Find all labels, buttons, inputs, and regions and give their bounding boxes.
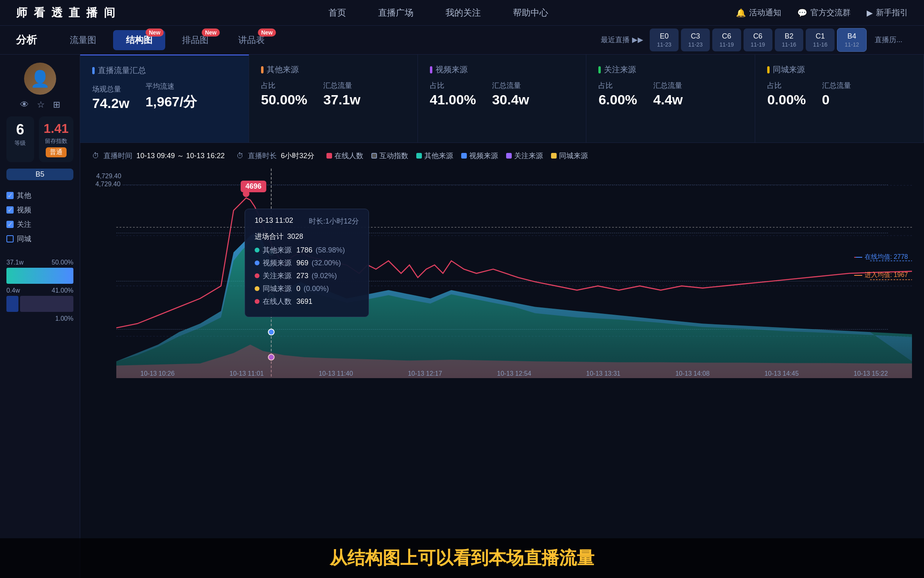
duration-info: ⏱ 直播时长 6小时32分: [237, 151, 314, 161]
avatar: 👤: [24, 63, 56, 95]
legend-interact[interactable]: 互动指数: [371, 151, 408, 161]
stat-title-total: 直播流量汇总: [92, 65, 237, 76]
tab-speech[interactable]: New 讲品表: [225, 30, 278, 50]
legend-video[interactable]: ✓ 视频: [6, 205, 73, 215]
stat-views-label: 场观总量: [92, 84, 130, 94]
tooltip-row-local: 同城来源 0 (0.00%): [255, 284, 359, 293]
stat-row-total: 场观总量 74.2w 平均流速 1,967/分: [92, 81, 237, 111]
time-range-info: ⏱ 直播时间 10-13 09:49 ～ 10-13 16:22: [92, 151, 225, 161]
broadcast-tab-c6b[interactable]: C6 11-19: [744, 28, 772, 52]
broadcast-tab-c6a[interactable]: C6 11-19: [712, 28, 741, 52]
x-tick-2: 10-13 11:40: [319, 370, 353, 377]
nav-follow[interactable]: 我的关注: [446, 7, 481, 19]
broadcast-tab-b2[interactable]: B2 11-16: [775, 28, 804, 52]
legend-video-src[interactable]: 视频来源: [461, 151, 498, 161]
x-tick-3: 10-13 12:17: [408, 370, 442, 377]
stat-row-follow: 占比 6.00% 汇总流量 4.4w: [598, 81, 743, 108]
legend-local[interactable]: 同城: [6, 234, 73, 244]
rank-level: 普通: [46, 147, 67, 157]
rank-value: 1.41: [44, 121, 69, 136]
chart-container: 4,729.40: [92, 169, 912, 377]
legend-other-checkbox[interactable]: ✓: [6, 192, 14, 199]
legend-online-dot: [326, 153, 332, 159]
nav-home[interactable]: 首页: [328, 7, 346, 19]
legend-other-src[interactable]: 其他来源: [416, 151, 453, 161]
logo: 师 看 透 直 播 间: [16, 5, 117, 20]
legend-other[interactable]: ✓ 其他: [6, 191, 73, 200]
left-sidebar: 👤 👁 ☆ ⊞ 6 等级 1.41 留存指数 普通 B5 ✓ 其他: [0, 55, 80, 578]
rank-num-label: 等级: [11, 140, 29, 147]
tooltip-dot-video: [255, 261, 259, 265]
tab-speech-badge: New: [258, 28, 276, 37]
legend-interact-dot: [371, 153, 377, 159]
duration-label: 直播时长: [248, 151, 277, 161]
stat-card-video: 视频来源 占比 41.00% 汇总流量 30.4w: [418, 55, 587, 142]
tooltip-dot-local: [255, 286, 259, 291]
legend-local-src[interactable]: 同城来源: [551, 151, 588, 161]
legend-local-src-dot: [551, 153, 557, 159]
broadcast-tab-e0[interactable]: E0 11-23: [650, 28, 679, 52]
broadcast-tab-c3[interactable]: C3 11-23: [681, 28, 710, 52]
broadcast-tab-c1[interactable]: C1 11-16: [806, 28, 835, 52]
stat-video-total: 汇总流量 30.4w: [492, 81, 529, 108]
broadcast-tab-b4[interactable]: B4 11-12: [837, 28, 867, 52]
tooltip-row-video: 视频来源 969 (32.00%): [255, 258, 359, 268]
legend-online[interactable]: 在线人数: [326, 151, 363, 161]
nav-broadcast[interactable]: 直播广场: [378, 7, 413, 19]
sidebar-legend: ✓ 其他 ✓ 视频 ✓ 关注 同城: [6, 191, 73, 248]
right-label-enter: 进入均值: 1967: [854, 271, 908, 279]
stat-follow-pct: 占比 6.00%: [598, 81, 637, 108]
svg-point-9: [268, 329, 274, 335]
legend-follow-checkbox[interactable]: ✓: [6, 221, 14, 228]
page-title: 分析: [16, 33, 37, 47]
legend-video-checkbox[interactable]: ✓: [6, 206, 14, 214]
stat-views: 场观总量 74.2w: [92, 84, 130, 111]
stat-speed-label: 平均流速: [146, 81, 197, 91]
nav-help[interactable]: 帮助中心: [513, 7, 548, 19]
chart-tooltip: 10-13 11:02 时长:1小时12分 进场合计 3028 其他来源 178…: [245, 209, 369, 317]
x-tick-0: 10-13 10:26: [140, 370, 174, 377]
stats-cards: 直播流量汇总 场观总量 74.2w 平均流速 1,967/分 其他来源: [80, 55, 924, 143]
broadcast-more[interactable]: 直播历...: [869, 32, 908, 48]
duration-value: 6小时32分: [281, 151, 314, 161]
tooltip-header: 10-13 11:02 时长:1小时12分: [255, 216, 359, 226]
chart-header: ⏱ 直播时间 10-13 09:49 ～ 10-13 16:22 ⏱ 直播时长 …: [92, 151, 912, 161]
grid-icon[interactable]: ⊞: [53, 100, 60, 110]
stat-row-video: 占比 41.00% 汇总流量 30.4w: [430, 81, 574, 108]
nav-community[interactable]: 💬 官方交流群: [797, 7, 851, 18]
nav-guide[interactable]: ▶ 新手指引: [867, 7, 908, 18]
x-tick-6: 10-13 14:08: [675, 370, 709, 377]
legend-follow-src[interactable]: 关注来源: [506, 151, 543, 161]
nav-activity[interactable]: 🔔 活动通知: [736, 7, 781, 18]
top-nav: 师 看 透 直 播 间 首页 直播广场 我的关注 帮助中心 🔔 活动通知 💬 官…: [0, 0, 924, 26]
tab-flow[interactable]: 流量图: [57, 30, 109, 50]
stat-local-pct: 占比 0.00%: [767, 81, 806, 108]
stat-card-total: 直播流量汇总 场观总量 74.2w 平均流速 1,967/分: [80, 55, 249, 142]
tab-structure[interactable]: New 结构图: [113, 30, 165, 50]
stat-other-total: 汇总流量 37.1w: [323, 81, 361, 108]
tooltip-row-other: 其他来源 1786 (58.98%): [255, 245, 359, 255]
chart-section: ⏱ 直播时间 10-13 09:49 ～ 10-13 16:22 ⏱ 直播时长 …: [80, 143, 924, 578]
eye-icon[interactable]: 👁: [20, 100, 29, 110]
y-axis-label: 4,729.40: [93, 180, 123, 189]
stat-card-other: 其他来源 占比 50.00% 汇总流量 37.1w: [249, 55, 418, 142]
chart-legend: 在线人数 互动指数 其他来源 视频来源: [326, 151, 588, 161]
stat-title-other: 其他来源: [261, 64, 405, 75]
avatar-section: 👤 👁 ☆ ⊞: [6, 63, 73, 110]
star-icon[interactable]: ☆: [37, 100, 45, 110]
tab-product[interactable]: New 排品图: [169, 30, 221, 50]
legend-follow[interactable]: ✓ 关注: [6, 220, 73, 229]
legend-local-checkbox[interactable]: [6, 235, 14, 242]
play-icon: ▶: [867, 8, 873, 18]
x-tick-1: 10-13 11:01: [229, 370, 263, 377]
tooltip-time: 10-13 11:02: [255, 216, 293, 226]
clock-icon: ⏱: [92, 152, 99, 160]
rank-label: 留存指数: [44, 138, 69, 145]
x-tick-5: 10-13 13:31: [586, 370, 620, 377]
stat-card-local: 同城来源 占比 0.00% 汇总流量 0: [755, 55, 924, 142]
group-icon: 💬: [797, 8, 807, 18]
right-tabs: 最近直播 ▶▶ E0 11-23 C3 11-23 C6 11-19 C6 11…: [601, 28, 908, 52]
stat-title-video: 视频来源: [430, 64, 574, 75]
tooltip-dot-follow: [255, 273, 259, 278]
right-label-online: 在线均值: 2778: [854, 253, 908, 261]
